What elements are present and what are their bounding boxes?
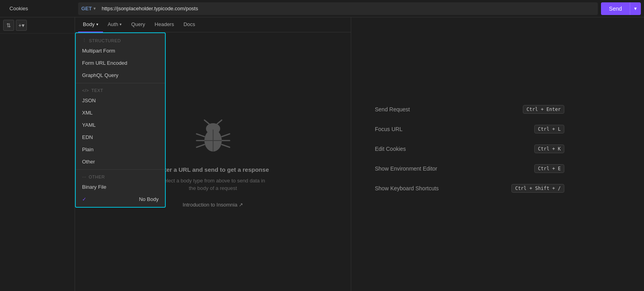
svg-line-6 [197,145,204,147]
shortcut-show-env: Show Environment Editor Ctrl + E [375,164,564,173]
show-env-keys: Ctrl + E [534,164,564,173]
send-request-label: Send Request [375,106,410,113]
add-button[interactable]: +▾ [16,20,27,31]
tab-headers-label: Headers [155,21,174,27]
request-panel: Body ▾ Auth ▾ Query Headers Docs ⋮ STRUC… [75,17,351,291]
shortcut-send-request: Send Request Ctrl + Enter [375,105,564,114]
tab-auth-label: Auth [108,21,118,27]
show-shortcuts-key-badge: Ctrl + Shift + / [511,184,564,193]
tabs-bar: Body ▾ Auth ▾ Query Headers Docs [75,17,351,32]
body-type-dropdown: ⋮ STRUCTURED Multipart Form Form URL Enc… [75,32,166,208]
svg-line-4 [197,134,204,137]
focus-url-label: Focus URL [375,126,402,132]
binary-file-option[interactable]: Binary File [76,181,165,193]
url-bar: GET ▾ [78,2,598,15]
show-env-label: Show Environment Editor [375,165,437,172]
text-section-label: </> TEXT [76,85,165,94]
external-link-icon: ↗ [239,202,243,208]
sidebar-controls: ⇅ +▾ [0,17,75,34]
other-option[interactable]: Other [76,156,165,168]
content-subtitle: Select a body type from above to send da… [158,177,268,192]
tab-docs[interactable]: Docs [179,17,200,32]
multipart-form-option[interactable]: Multipart Form [76,45,165,57]
tab-body[interactable]: Body ▾ [78,17,103,32]
tab-body-label: Body [83,21,95,27]
shortcuts-panel: Send Request Ctrl + Enter Focus URL Ctrl… [351,17,644,291]
send-request-key-badge: Ctrl + Enter [523,105,564,114]
xml-option[interactable]: XML [76,107,165,119]
form-url-encoded-option[interactable]: Form URL Encoded [76,57,165,69]
focus-url-keys: Ctrl + L [534,125,564,133]
method-chevron-icon: ▾ [94,6,95,11]
tab-query[interactable]: Query [126,17,150,32]
graphql-query-option[interactable]: GraphQL Query [76,69,165,81]
edit-cookies-key-badge: Ctrl + K [534,145,564,153]
send-dropdown-button[interactable]: ▾ [630,2,641,15]
show-shortcuts-keys: Ctrl + Shift + / [511,184,564,193]
bug-icon [193,116,233,157]
cookies-section: Cookies [3,6,78,11]
main-layout: ⇅ +▾ Body ▾ Auth ▾ Query Headers Docs [0,17,644,291]
code-icon: ⋮ [82,38,87,43]
no-body-option[interactable]: ✓ No Body [76,193,165,205]
text-code-icon: </> [82,88,89,93]
show-shortcuts-label: Show Keyboard Shortcuts [375,185,439,191]
method-label: GET [81,6,92,11]
tab-headers[interactable]: Headers [150,17,179,32]
other-section-label: ··· OTHER [76,171,165,181]
show-env-key-badge: Ctrl + E [534,164,564,173]
tab-query-label: Query [131,21,145,27]
svg-line-2 [204,120,209,124]
shortcut-focus-url: Focus URL Ctrl + L [375,125,564,133]
body-tab-chevron-icon: ▾ [96,22,98,26]
check-icon: ✓ [82,196,86,202]
intro-link[interactable]: Introduction to Insomnia ↗ [183,202,243,208]
divider-1 [76,83,165,83]
tab-auth[interactable]: Auth ▾ [103,17,127,32]
edit-cookies-keys: Ctrl + K [534,145,564,153]
divider-2 [76,169,165,170]
top-bar: Cookies GET ▾ Send ▾ [0,0,644,17]
svg-line-9 [222,145,230,147]
structured-section-label: ⋮ STRUCTURED [76,35,165,45]
method-selector[interactable]: GET ▾ [78,6,99,11]
url-input[interactable] [99,6,598,11]
tab-docs-label: Docs [183,21,195,27]
svg-line-3 [217,120,222,124]
content-title: Enter a URL and send to get a response [157,166,269,173]
send-request-keys: Ctrl + Enter [523,105,564,114]
cookies-label: Cookies [9,6,28,11]
auth-tab-chevron-icon: ▾ [120,22,122,26]
sidebar: ⇅ +▾ [0,17,75,291]
edit-cookies-label: Edit Cookies [375,146,406,152]
shortcut-edit-cookies: Edit Cookies Ctrl + K [375,145,564,153]
send-button-group: Send ▾ [601,2,641,15]
sort-button[interactable]: ⇅ [3,20,14,31]
focus-url-key-badge: Ctrl + L [534,125,564,133]
json-option[interactable]: JSON [76,94,165,107]
shortcut-show-shortcuts: Show Keyboard Shortcuts Ctrl + Shift + / [375,184,564,193]
plain-option[interactable]: Plain [76,143,165,156]
svg-line-7 [222,134,230,137]
send-button[interactable]: Send [601,2,630,15]
dots-icon: ··· [82,175,86,179]
edn-option[interactable]: EDN [76,131,165,143]
yaml-option[interactable]: YAML [76,119,165,131]
